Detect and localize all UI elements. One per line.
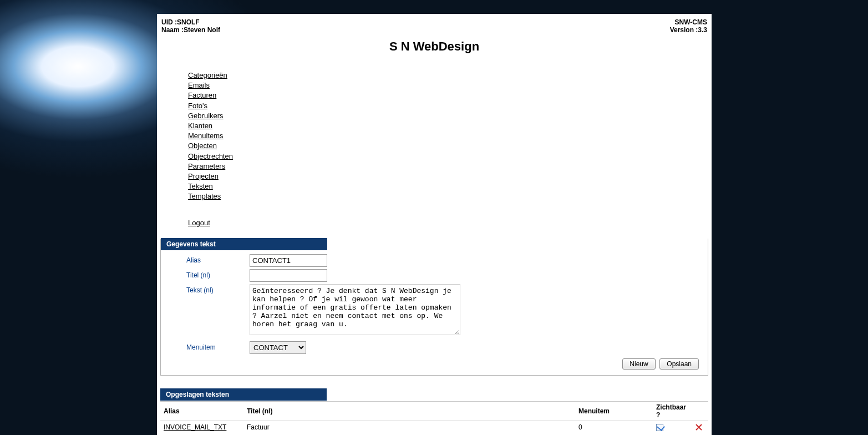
save-button[interactable]: Opslaan [659,358,699,370]
table-row: INVOICE_MAIL_TXTFactuur0 [160,421,708,433]
nav-item-teksten[interactable]: Teksten [188,181,213,191]
main-nav: CategorieënEmailsFacturenFoto'sGebruiker… [188,70,712,229]
row-alias-link[interactable]: INVOICE_MAIL_TXT [164,423,226,431]
uid-label: UID : [161,18,177,26]
col-menuitem: Menuitem [575,401,653,421]
visible-checkbox[interactable] [656,424,663,431]
tekst-label: Tekst (nl) [166,284,250,294]
alias-label: Alias [166,254,250,264]
nav-item-gebruikers[interactable]: Gebruikers [188,111,224,121]
list-panel-title: Opgeslagen teksten [160,388,327,401]
nav-item-facturen[interactable]: Facturen [188,90,216,100]
tekst-textarea[interactable] [250,284,460,335]
col-titel: Titel (nl) [243,401,575,421]
app-window: UID :SNOLF Naam :Steven Nolf SNW-CMS Ver… [157,14,712,435]
texts-table: Alias Titel (nl) Menuitem Zichtbaar ? IN… [160,401,708,435]
nav-item-parameters[interactable]: Parameters [188,161,225,171]
app-name: SNW-CMS [675,18,707,26]
nav-item-templates[interactable]: Templates [188,191,221,201]
col-visible: Zichtbaar ? [653,401,692,421]
app-meta: SNW-CMS Version :3.3 [670,18,707,34]
name-label: Naam : [161,26,184,34]
topbar: UID :SNOLF Naam :Steven Nolf SNW-CMS Ver… [157,14,712,29]
delete-icon[interactable] [695,423,703,431]
new-button[interactable]: Nieuw [622,358,655,370]
form-panel: Gegevens tekst Alias Titel (nl) Tekst (n… [160,239,708,376]
menuitem-label: Menuitem [166,341,250,351]
titel-label: Titel (nl) [166,269,250,279]
version-value: 3.3 [698,26,707,34]
titel-input[interactable] [250,269,327,282]
form-panel-title: Gegevens tekst [161,238,327,250]
user-info: UID :SNOLF Naam :Steven Nolf [161,18,220,34]
uid-value: SNOLF [177,18,200,26]
version-label: Version : [670,26,698,34]
nav-item-objectrechten[interactable]: Objectrechten [188,151,233,161]
row-titel: Factuur [243,421,575,433]
nav-logout[interactable]: Logout [188,218,210,228]
menuitem-select[interactable]: CONTACT [250,341,306,354]
nav-item-categorie-n[interactable]: Categorieën [188,70,227,80]
col-alias: Alias [160,401,243,421]
nav-item-menuitems[interactable]: Menuitems [188,131,224,141]
brand-title: S N WebDesign [157,39,712,54]
nav-item-projecten[interactable]: Projecten [188,171,219,181]
row-menuitem: 0 [575,421,653,433]
nav-item-emails[interactable]: Emails [188,80,210,90]
nav-item-objecten[interactable]: Objecten [188,141,217,151]
list-panel: Opgeslagen teksten Alias Titel (nl) Menu… [160,389,708,435]
alias-input[interactable] [250,254,327,267]
name-value: Steven Nolf [184,26,220,34]
nav-item-foto-s[interactable]: Foto's [188,101,207,111]
nav-item-klanten[interactable]: Klanten [188,121,212,131]
